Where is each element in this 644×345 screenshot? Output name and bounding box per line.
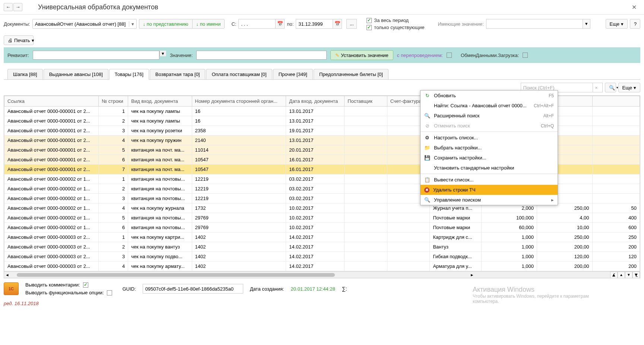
context-menu-item[interactable]: ✖Удалить строки ТЧ — [421, 185, 558, 195]
print-button[interactable]: 🖨Печать ▾ — [4, 35, 34, 45]
table-row[interactable]: Авансовый отчет 0000-000002 от 1...5квит… — [4, 213, 640, 223]
tab-1[interactable]: Выданные авансы [108] — [44, 69, 108, 79]
date-from-input[interactable]: . . . — [238, 19, 276, 29]
clear-search-button[interactable]: × — [593, 83, 600, 92]
tab-3[interactable]: Возвратная тара [0] — [150, 69, 205, 79]
sort-by-name-button[interactable]: ↓ по имени — [192, 19, 225, 29]
column-header[interactable] — [592, 96, 640, 107]
documents-value: АвансовыйОтчет (Авансовый отчет) [88] — [35, 21, 127, 27]
tab-6[interactable]: Предоплаченные билеты [0] — [314, 69, 388, 79]
chevron-down-icon[interactable]: ▾ — [129, 21, 134, 27]
table-cell: 13.01.2017 — [286, 107, 345, 116]
show-func-opts-checkbox[interactable] — [107, 290, 112, 295]
table-cell: чек на покупку розетки — [128, 126, 192, 136]
table-cell: квитанция на почтовы... — [128, 184, 192, 194]
tab-0[interactable]: Шапка [88] — [7, 69, 43, 79]
having-value-input[interactable] — [486, 19, 583, 29]
table-cell: 29769 — [192, 223, 286, 232]
table-cell: 16 — [192, 107, 286, 116]
column-header[interactable]: Поставщик — [345, 96, 387, 107]
column-header[interactable]: № строки — [99, 96, 128, 107]
grid-nav-up-button[interactable]: ▲ — [618, 272, 625, 278]
search-button[interactable]: 🔍▾ — [605, 83, 616, 92]
table-cell: Авансовый отчет 0000-000002 от 1... — [4, 223, 99, 232]
table-row[interactable]: Авансовый отчет 0000-000003 от 2...2чек … — [4, 242, 640, 252]
table-cell: 03.02.2017 — [286, 194, 345, 203]
having-value-dd-button[interactable]: ▾ — [583, 19, 590, 29]
column-header[interactable]: Вид вход. документа — [128, 96, 192, 107]
table-cell — [387, 252, 430, 262]
value-input[interactable] — [196, 51, 327, 60]
table-row[interactable]: Авансовый отчет 0000-000003 от 2...1чек … — [4, 232, 640, 242]
grid-nav-down-button[interactable]: ▼ — [625, 272, 632, 278]
table-cell: 250,00 — [537, 232, 593, 242]
table-row[interactable]: Авансовый отчет 0000-000003 от 2...4чек … — [4, 262, 640, 271]
calendar-to-button[interactable]: 📅 — [333, 19, 342, 29]
close-button[interactable]: ✕ — [628, 4, 640, 11]
horizontal-scrollbar[interactable]: ◂ ▸ ▲̄ ▲ ▼ ▼̲ — [4, 271, 640, 278]
printer-icon: 🖨 — [8, 38, 13, 43]
context-menu-item[interactable]: 🔍Расширенный поискAlt+F — [421, 111, 558, 121]
help-button[interactable]: ? — [630, 19, 640, 29]
guid-value[interactable]: 09507c0f-def5-11e6-80ef-1866da5235a0 — [143, 284, 243, 294]
date-range-dialog-button[interactable]: ... — [346, 19, 357, 29]
show-comments-checkbox[interactable] — [83, 282, 88, 288]
documents-combo[interactable]: АвансовыйОтчет (Авансовый отчет) [88] ▾ — [32, 19, 137, 29]
context-menu-item[interactable]: 🔍Управление поиском▸ — [421, 195, 558, 205]
menu-item-icon: 🔍 — [424, 113, 430, 118]
column-header[interactable]: Ссылка — [4, 96, 99, 107]
table-cell: 14.02.2017 — [286, 252, 345, 262]
table-cell — [387, 223, 430, 232]
all-period-checkbox[interactable]: За весь период — [367, 18, 424, 23]
nav-back-button[interactable]: ← — [4, 3, 13, 11]
rekvizit-input[interactable] — [33, 51, 159, 60]
table-row[interactable]: Авансовый отчет 0000-000003 от 2...3чек … — [4, 252, 640, 262]
filter-bar: Реквизит: ▾ Значение: ✎Установить значен… — [4, 47, 640, 63]
tab-2[interactable]: Товары [176] — [109, 69, 149, 80]
table-cell: Гибкая подводк... — [430, 252, 482, 262]
table-cell — [592, 155, 640, 165]
table-cell: 3 — [99, 126, 128, 136]
table-more-button[interactable]: Еще ▾ — [618, 83, 640, 92]
date-to-input[interactable]: 31.12.3999 — [296, 19, 333, 29]
table-row[interactable]: Авансовый отчет 0000-000002 от 1...6квит… — [4, 223, 640, 232]
nav-forward-button[interactable]: → — [13, 3, 22, 11]
table-cell: 4 — [99, 136, 128, 145]
table-cell: 400 — [592, 213, 640, 223]
set-value-button[interactable]: ✎Установить значение — [330, 50, 393, 60]
rekvizit-dd-button[interactable]: ▾ — [159, 51, 166, 56]
context-menu-item[interactable]: ⚙Настроить список... — [421, 133, 558, 143]
context-menu-item[interactable]: 📋Вывести список... — [421, 175, 558, 185]
sort-by-representation-button[interactable]: ↓ по представлению — [139, 19, 192, 29]
value-label: Значение: — [170, 53, 193, 58]
exchange-checkbox[interactable] — [523, 53, 528, 58]
context-menu-item[interactable]: 📁Выбрать настройки... — [421, 143, 558, 153]
table-cell — [592, 116, 640, 126]
context-menu-item[interactable]: 💾Сохранить настройки... — [421, 153, 558, 163]
column-header[interactable]: Дата вход. документа — [286, 96, 345, 107]
sigma-icon[interactable]: ∑: — [342, 286, 347, 292]
table-cell: 29769 — [192, 213, 286, 223]
table-cell: 14.02.2017 — [286, 232, 345, 242]
search-icon: 🔍 — [609, 85, 615, 91]
table-cell — [345, 126, 387, 136]
calendar-from-button[interactable]: 📅 — [276, 19, 285, 29]
table-cell: Арматура для у... — [430, 262, 482, 271]
context-menu-item[interactable]: Установить стандартные настройки — [421, 163, 558, 173]
table-cell: 03.02.2017 — [286, 174, 345, 184]
column-header[interactable]: Номер документа сторонней орган... — [192, 96, 286, 107]
context-menu-item[interactable]: ↻ОбновитьF5 — [421, 91, 558, 101]
tab-5[interactable]: Прочее [349] — [273, 69, 313, 79]
table-cell: чек на покупку подво... — [128, 252, 192, 262]
only-existing-checkbox[interactable]: только существующие — [367, 25, 424, 30]
tab-4[interactable]: Оплата поставщикам [0] — [206, 69, 272, 79]
context-menu-item[interactable]: Найти: Ссылка - Авансовый отчет 0000...C… — [421, 101, 558, 111]
table-cell — [592, 184, 640, 194]
menu-item-icon: 📁 — [424, 145, 430, 151]
grid-nav-first-button[interactable]: ▲̄ — [610, 272, 618, 278]
reconduct-checkbox[interactable] — [447, 53, 452, 58]
table-cell: 2 — [99, 242, 128, 252]
grid-nav-last-button[interactable]: ▼̲ — [632, 272, 640, 278]
more-toolbar-button[interactable]: Еще ▾ — [606, 19, 628, 29]
table-cell: 4 — [99, 203, 128, 213]
